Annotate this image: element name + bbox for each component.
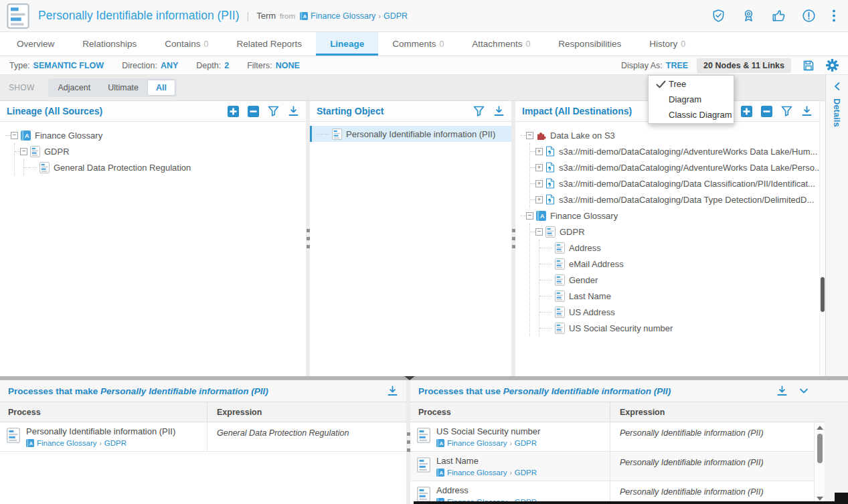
scrollbar-thumb[interactable] xyxy=(817,434,823,463)
settings-button[interactable] xyxy=(826,59,839,72)
tree-node-label[interactable]: Finance Glossary xyxy=(35,131,102,141)
collapse-toggle[interactable]: − xyxy=(535,228,543,236)
tree-node-label[interactable]: US Address xyxy=(569,307,615,317)
tree-node-label[interactable]: Address xyxy=(569,243,601,253)
collapse-chevron-button[interactable] xyxy=(798,386,809,396)
splitter-handle[interactable] xyxy=(406,380,410,504)
filter-button[interactable] xyxy=(268,106,279,116)
tree-node-label[interactable]: s3a://miti-demo/DataCataloging/Data Type… xyxy=(559,195,814,205)
collapse-toggle[interactable]: − xyxy=(11,132,18,139)
tab-related-reports[interactable]: Related Reports xyxy=(223,32,317,56)
download-button[interactable] xyxy=(801,106,813,116)
more-menu-icon[interactable] xyxy=(832,9,836,23)
show-option-all[interactable]: All xyxy=(147,80,175,96)
scroll-up-arrow[interactable] xyxy=(817,426,823,430)
like-thumb-icon[interactable] xyxy=(772,9,786,23)
processes-make-panel: Processes that make Personally Identifia… xyxy=(0,380,406,504)
expression-text: Personally Identifiable information (PII… xyxy=(610,481,825,504)
scrollbar-thumb[interactable] xyxy=(821,277,825,312)
tree-node-label[interactable]: GDPR xyxy=(44,147,70,157)
path-link-gdpr[interactable]: GDPR xyxy=(515,469,537,477)
process-name[interactable]: Address xyxy=(436,485,537,495)
collapse-all-button[interactable] xyxy=(248,106,259,117)
tree-node-label[interactable]: US Social Security number xyxy=(569,323,673,333)
path-link-finance-glossary[interactable]: Finance Glossary xyxy=(447,439,507,447)
table-row[interactable]: Address AFinance Glossary›GDPR Personall… xyxy=(410,481,825,504)
tab-overview[interactable]: Overview xyxy=(3,32,68,56)
setting-value[interactable]: NONE xyxy=(276,61,300,70)
expand-all-button[interactable] xyxy=(228,106,239,117)
setting-value[interactable]: SEMANTIC FLOW xyxy=(33,61,104,70)
tree-node-label[interactable]: eMail Address xyxy=(569,259,624,269)
filter-button[interactable] xyxy=(781,106,792,116)
process-name[interactable]: US Social Security number xyxy=(436,426,540,436)
expand-all-button[interactable] xyxy=(741,106,752,117)
scroll-down-arrow[interactable] xyxy=(817,497,823,501)
table-scrollbar[interactable] xyxy=(814,422,825,504)
tree-node-label[interactable]: s3a://miti-demo/DataCataloging/Data Clas… xyxy=(559,179,815,189)
horizontal-splitter[interactable] xyxy=(0,376,848,380)
splitter-handle[interactable] xyxy=(511,100,515,376)
path-link-finance-glossary[interactable]: Finance Glossary xyxy=(447,469,507,477)
tab-comments[interactable]: Comments0 xyxy=(378,32,458,56)
table-row[interactable]: Personally Identifiable information (PII… xyxy=(0,422,406,452)
tree-node-label[interactable]: GDPR xyxy=(560,227,585,237)
collapse-toggle[interactable]: − xyxy=(20,148,27,155)
tab-history[interactable]: History0 xyxy=(635,32,699,56)
process-name[interactable]: Personally Identifiable information (PII… xyxy=(26,426,175,436)
tree-node-label[interactable]: s3a://miti-demo/DataCataloging/Adventure… xyxy=(559,163,819,173)
breadcrumb-link-gdpr[interactable]: GDPR xyxy=(384,11,408,21)
show-option-adjacent[interactable]: Adjacent xyxy=(50,80,100,96)
certified-shield-icon[interactable] xyxy=(711,9,726,23)
term-icon xyxy=(555,242,565,254)
tab-responsibilities[interactable]: Responsibilities xyxy=(544,32,635,56)
expand-toggle[interactable]: + xyxy=(535,148,543,155)
tree-node-label[interactable]: Last Name xyxy=(569,291,611,301)
save-button[interactable] xyxy=(802,60,815,72)
file-icon xyxy=(545,146,555,157)
splitter-handle[interactable] xyxy=(306,100,310,376)
collapse-all-button[interactable] xyxy=(761,106,772,117)
details-panel-toggle[interactable]: Details xyxy=(825,75,848,376)
breadcrumb-link-finance-glossary[interactable]: Finance Glossary xyxy=(311,11,375,21)
tab-attachments[interactable]: Attachments0 xyxy=(458,32,544,56)
filter-button[interactable] xyxy=(473,106,485,116)
tree-node-label[interactable]: Gender xyxy=(569,275,598,285)
collapse-toggle[interactable]: − xyxy=(526,132,533,139)
menu-item-tree[interactable]: Tree xyxy=(649,76,734,92)
show-option-ultimate[interactable]: Ultimate xyxy=(99,80,147,96)
path-link-gdpr[interactable]: GDPR xyxy=(515,439,537,447)
table-row[interactable]: US Social Security number AFinance Gloss… xyxy=(410,422,825,452)
menu-item-diagram[interactable]: Diagram xyxy=(649,92,734,107)
setting-value[interactable]: ANY xyxy=(161,61,178,70)
expand-toggle[interactable]: + xyxy=(535,164,543,171)
download-button[interactable] xyxy=(288,106,299,116)
tab-relationships[interactable]: Relationships xyxy=(68,32,151,56)
tree-node-label[interactable]: General Data Protection Regulation xyxy=(54,163,191,173)
download-button[interactable] xyxy=(776,386,788,396)
expand-toggle[interactable]: + xyxy=(535,196,543,203)
setting-value[interactable]: 2 xyxy=(224,61,229,70)
download-button[interactable] xyxy=(493,106,505,116)
tree-node-label[interactable]: Finance Glossary xyxy=(550,211,618,221)
tab-lineage[interactable]: Lineage xyxy=(316,32,378,56)
term-icon xyxy=(555,290,565,302)
tree-node-label[interactable]: s3a://miti-demo/DataCataloging/Adventure… xyxy=(559,147,817,157)
tree-connector xyxy=(545,280,552,280)
warning-circle-icon[interactable] xyxy=(802,9,816,23)
menu-item-classic-diagram[interactable]: Classic Diagram xyxy=(649,107,734,122)
tree-node-label[interactable]: Data Lake on S3 xyxy=(550,131,615,141)
expand-toggle[interactable]: + xyxy=(535,180,543,187)
breadcrumb: AFinance Glossary›GDPR xyxy=(300,11,408,21)
collapse-toggle[interactable]: − xyxy=(526,212,533,220)
table-row[interactable]: Last Name AFinance Glossary›GDPR Persona… xyxy=(410,452,825,481)
path-link-finance-glossary[interactable]: Finance Glossary xyxy=(37,439,96,447)
path-link-gdpr[interactable]: GDPR xyxy=(104,439,126,447)
download-button[interactable] xyxy=(387,386,398,396)
tree-node-label[interactable]: Personally Identifiable information (PII… xyxy=(346,129,495,139)
process-name[interactable]: Last Name xyxy=(436,456,537,466)
tab-contains[interactable]: Contains0 xyxy=(151,32,222,56)
vertical-scrollbar[interactable] xyxy=(819,100,825,376)
display-as-value[interactable]: TREE xyxy=(666,61,688,70)
endorsement-award-icon[interactable] xyxy=(742,9,756,23)
